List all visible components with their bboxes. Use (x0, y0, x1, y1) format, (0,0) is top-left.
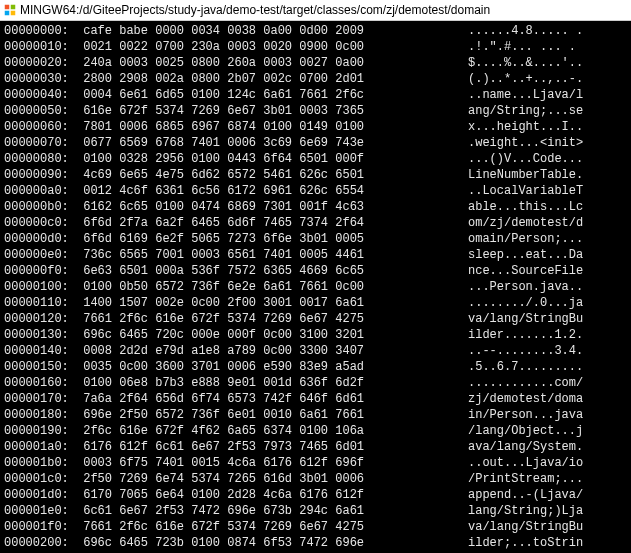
hex-ascii: omain/Person;... (468, 231, 627, 247)
hex-offset: 00000080: (4, 151, 76, 167)
hex-ascii: va/lang/StringBu (468, 519, 627, 535)
terminal-output[interactable]: 00000000: cafe babe 0000 0034 0038 0a00 … (0, 21, 631, 553)
hex-bytes: 4c69 6e65 4e75 6d62 6572 5461 626c 6501 (76, 167, 468, 183)
hex-offset: 000000a0: (4, 183, 76, 199)
svg-rect-0 (5, 5, 10, 10)
hex-offset: 000001a0: (4, 439, 76, 455)
hex-ascii: /PrintStream;... (468, 471, 627, 487)
hex-bytes: 7661 2f6c 616e 672f 5374 7269 6e67 4275 (76, 519, 468, 535)
hex-ascii: LineNumberTable. (468, 167, 627, 183)
hex-ascii: ..name...Ljava/l (468, 87, 627, 103)
hex-row: 00000170: 7a6a 2f64 656d 6f74 6573 742f … (4, 391, 627, 407)
hex-offset: 00000150: (4, 359, 76, 375)
hex-ascii: lang/String;)Lja (468, 503, 627, 519)
hex-offset: 00000200: (4, 535, 76, 551)
hex-offset: 000001d0: (4, 487, 76, 503)
hex-row: 00000010: 0021 0022 0700 230a 0003 0020 … (4, 39, 627, 55)
hex-row: 00000070: 0677 6569 6768 7401 0006 3c69 … (4, 135, 627, 151)
hex-offset: 00000030: (4, 71, 76, 87)
hex-row: 00000140: 0008 2d2d e79d a1e8 a789 0c00 … (4, 343, 627, 359)
svg-rect-3 (11, 11, 16, 16)
hex-bytes: 0012 4c6f 6361 6c56 6172 6961 626c 6554 (76, 183, 468, 199)
hex-offset: 000000e0: (4, 247, 76, 263)
hex-row: 000001a0: 6176 612f 6c61 6e67 2f53 7973 … (4, 439, 627, 455)
hex-offset: 000001c0: (4, 471, 76, 487)
hex-row: 00000200: 696c 6465 723b 0100 0874 6f53 … (4, 535, 627, 551)
hex-row: 00000100: 0100 0b50 6572 736f 6e2e 6a61 … (4, 279, 627, 295)
hex-row: 000001b0: 0003 6f75 7401 0015 4c6a 6176 … (4, 455, 627, 471)
hex-offset: 00000000: (4, 23, 76, 39)
window-titlebar[interactable]: MINGW64:/d/GiteeProjects/study-java/demo… (0, 0, 631, 21)
hex-ascii: va/lang/StringBu (468, 311, 627, 327)
hex-offset: 00000140: (4, 343, 76, 359)
hex-offset: 00000190: (4, 423, 76, 439)
hex-bytes: 6e63 6501 000a 536f 7572 6365 4669 6c65 (76, 263, 468, 279)
hex-ascii: ang/String;...se (468, 103, 627, 119)
hex-bytes: 0100 06e8 b7b3 e888 9e01 001d 636f 6d2f (76, 375, 468, 391)
hex-offset: 00000170: (4, 391, 76, 407)
hex-ascii: able...this...Lc (468, 199, 627, 215)
hex-bytes: 7a6a 2f64 656d 6f74 6573 742f 646f 6d61 (76, 391, 468, 407)
hex-ascii: ...Person.java.. (468, 279, 627, 295)
hex-row: 00000160: 0100 06e8 b7b3 e888 9e01 001d … (4, 375, 627, 391)
hex-offset: 00000020: (4, 55, 76, 71)
hex-ascii: .!.".#... ... . (468, 39, 627, 55)
hex-bytes: 6162 6c65 0100 0474 6869 7301 001f 4c63 (76, 199, 468, 215)
hex-row: 00000120: 7661 2f6c 616e 672f 5374 7269 … (4, 311, 627, 327)
svg-rect-2 (5, 11, 10, 16)
hex-bytes: 696c 6465 723b 0100 0874 6f53 7472 696e (76, 535, 468, 551)
hex-offset: 00000060: (4, 119, 76, 135)
hex-row: 00000030: 2800 2908 002a 0800 2b07 002c … (4, 71, 627, 87)
hex-row: 000000b0: 6162 6c65 0100 0474 6869 7301 … (4, 199, 627, 215)
hex-bytes: 6c61 6e67 2f53 7472 696e 673b 294c 6a61 (76, 503, 468, 519)
hex-row: 00000130: 696c 6465 720c 000e 000f 0c00 … (4, 327, 627, 343)
hex-offset: 00000040: (4, 87, 76, 103)
hex-row: 00000090: 4c69 6e65 4e75 6d62 6572 5461 … (4, 167, 627, 183)
hex-row: 000000c0: 6f6d 2f7a 6a2f 6465 6d6f 7465 … (4, 215, 627, 231)
mingw-icon (4, 4, 16, 16)
hex-ascii: om/zj/demotest/d (468, 215, 627, 231)
hex-ascii: nce...SourceFile (468, 263, 627, 279)
hex-offset: 00000090: (4, 167, 76, 183)
hex-bytes: 696c 6465 720c 000e 000f 0c00 3100 3201 (76, 327, 468, 343)
hex-row: 000001f0: 7661 2f6c 616e 672f 5374 7269 … (4, 519, 627, 535)
hex-row: 000000f0: 6e63 6501 000a 536f 7572 6365 … (4, 263, 627, 279)
hex-bytes: 696e 2f50 6572 736f 6e01 0010 6a61 7661 (76, 407, 468, 423)
hex-bytes: 0677 6569 6768 7401 0006 3c69 6e69 743e (76, 135, 468, 151)
hex-bytes: 0021 0022 0700 230a 0003 0020 0900 0c00 (76, 39, 468, 55)
hex-bytes: 616e 672f 5374 7269 6e67 3b01 0003 7365 (76, 103, 468, 119)
hex-ascii: .weight...<init> (468, 135, 627, 151)
hex-ascii: zj/demotest/doma (468, 391, 627, 407)
hex-bytes: 7661 2f6c 616e 672f 5374 7269 6e67 4275 (76, 311, 468, 327)
hex-ascii: ............com/ (468, 375, 627, 391)
hex-bytes: 0100 0328 2956 0100 0443 6f64 6501 000f (76, 151, 468, 167)
hex-row: 000000a0: 0012 4c6f 6361 6c56 6172 6961 … (4, 183, 627, 199)
hex-offset: 00000100: (4, 279, 76, 295)
hex-bytes: cafe babe 0000 0034 0038 0a00 0d00 2009 (76, 23, 468, 39)
hex-offset: 000000d0: (4, 231, 76, 247)
hex-row: 00000020: 240a 0003 0025 0800 260a 0003 … (4, 55, 627, 71)
hex-bytes: 7801 0006 6865 6967 6874 0100 0149 0100 (76, 119, 468, 135)
hex-ascii: ..LocalVariableT (468, 183, 627, 199)
hex-ascii: (.)..*..+..,..-. (468, 71, 627, 87)
hex-bytes: 6176 612f 6c61 6e67 2f53 7973 7465 6d01 (76, 439, 468, 455)
hex-bytes: 0035 0c00 3600 3701 0006 e590 83e9 a5ad (76, 359, 468, 375)
hex-ascii: ..out...Ljava/io (468, 455, 627, 471)
hex-ascii: ilder;...toStrin (468, 535, 627, 551)
hex-ascii: x...height...I.. (468, 119, 627, 135)
hex-offset: 00000120: (4, 311, 76, 327)
hex-row: 00000060: 7801 0006 6865 6967 6874 0100 … (4, 119, 627, 135)
hex-row: 00000110: 1400 1507 002e 0c00 2f00 3001 … (4, 295, 627, 311)
hex-ascii: ava/lang/System. (468, 439, 627, 455)
hex-offset: 000001e0: (4, 503, 76, 519)
hex-ascii: ......4.8..... . (468, 23, 627, 39)
hex-ascii: ..--........3.4. (468, 343, 627, 359)
hex-row: 00000000: cafe babe 0000 0034 0038 0a00 … (4, 23, 627, 39)
hex-row: 000001d0: 6170 7065 6e64 0100 2d28 4c6a … (4, 487, 627, 503)
hex-row: 00000190: 2f6c 616e 672f 4f62 6a65 6374 … (4, 423, 627, 439)
hex-bytes: 6f6d 6169 6e2f 5065 7273 6f6e 3b01 0005 (76, 231, 468, 247)
hex-ascii: append..-(Ljava/ (468, 487, 627, 503)
hex-bytes: 2800 2908 002a 0800 2b07 002c 0700 2d01 (76, 71, 468, 87)
hex-row: 00000080: 0100 0328 2956 0100 0443 6f64 … (4, 151, 627, 167)
hex-offset: 000000c0: (4, 215, 76, 231)
